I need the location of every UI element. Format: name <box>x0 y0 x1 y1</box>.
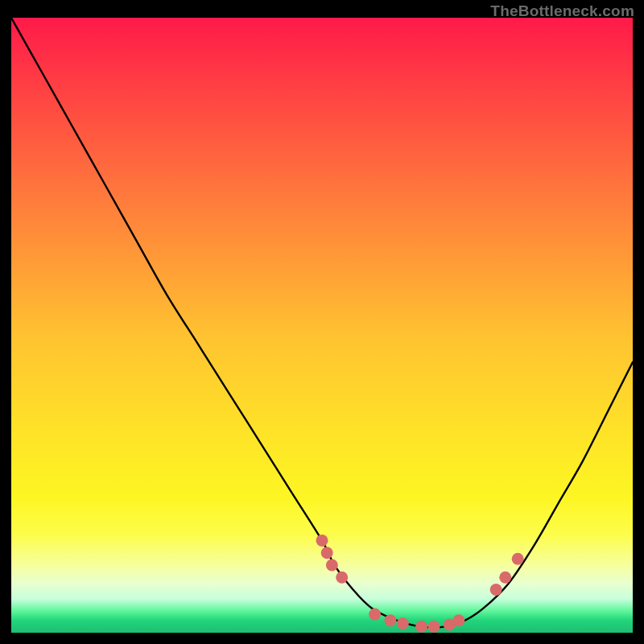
highlight-point <box>490 584 502 596</box>
highlight-point <box>415 621 427 633</box>
highlight-point <box>321 547 333 559</box>
highlight-point <box>512 553 524 565</box>
highlight-point <box>316 535 328 547</box>
highlight-point <box>499 572 511 584</box>
highlight-point <box>326 559 338 571</box>
plot-area <box>11 18 633 633</box>
chart-frame: TheBottleneck.com <box>0 0 644 644</box>
highlight-point <box>452 614 464 626</box>
highlight-point <box>427 621 440 633</box>
highlight-point <box>397 617 409 630</box>
highlight-point <box>369 609 381 621</box>
highlight-point <box>336 572 348 584</box>
curve-svg <box>11 18 633 633</box>
highlight-point <box>384 614 396 626</box>
